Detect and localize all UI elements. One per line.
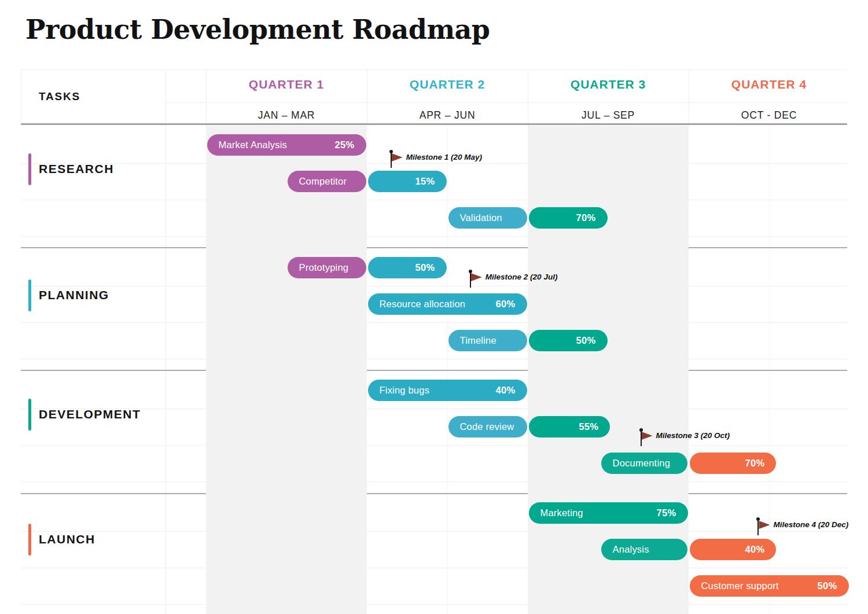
header-mid-line bbox=[165, 102, 847, 103]
quarter-2-months: APR – JUN bbox=[420, 109, 476, 122]
quarter-1-header: QUARTER 1 bbox=[249, 78, 324, 91]
milestone-pole bbox=[757, 520, 759, 535]
task-bar-segment: Prototyping bbox=[288, 257, 366, 278]
milestone-label: Milestone 1 (20 May) bbox=[406, 153, 482, 161]
task-bar-segment: 70% bbox=[690, 453, 777, 474]
page-title: Product Development Roadmap bbox=[25, 15, 490, 44]
quarter-4-header: QUARTER 4 bbox=[731, 78, 807, 91]
task-bar-value: 50% bbox=[818, 575, 837, 597]
row-label-research: RESEARCH bbox=[39, 162, 114, 176]
task-bar-segment: 50% bbox=[368, 257, 447, 278]
task-bar-label: Analysis bbox=[613, 539, 649, 560]
task-bar-segment: 70% bbox=[529, 207, 608, 229]
lane-line bbox=[21, 531, 847, 532]
lane-line bbox=[21, 445, 847, 446]
lane-line bbox=[21, 286, 847, 286]
milestone-pole bbox=[641, 431, 642, 446]
milestone-flag-icon bbox=[471, 273, 482, 281]
lane-line bbox=[21, 409, 847, 409]
quarter-3-months: JUL – SEP bbox=[582, 109, 635, 122]
q1-shade-column bbox=[206, 126, 367, 614]
milestone-flag-icon bbox=[759, 521, 770, 529]
lane-line bbox=[21, 359, 847, 359]
task-bar-value: 55% bbox=[579, 416, 598, 437]
tasks-column-header: TASKS bbox=[39, 90, 80, 103]
row-label-launch: LAUNCH bbox=[39, 532, 95, 546]
task-bar-segment: 50% bbox=[529, 330, 608, 351]
lane-line bbox=[21, 481, 847, 482]
header-left-line bbox=[21, 69, 21, 124]
milestone-label: Milestone 2 (20 Jul) bbox=[486, 273, 558, 281]
quarter-boundary-line-4 bbox=[689, 69, 689, 126]
task-bar-segment: Competitor bbox=[288, 171, 366, 192]
task-bar-label: Customer support bbox=[701, 575, 779, 597]
row-separator-2 bbox=[21, 370, 847, 371]
task-bar-label: Code review bbox=[460, 416, 514, 437]
task-bar-value: 60% bbox=[496, 293, 516, 315]
task-bar-segment: Customer support50% bbox=[690, 575, 849, 597]
task-bar-value: 25% bbox=[335, 134, 355, 156]
row-label-planning: PLANNING bbox=[39, 288, 109, 302]
lane-line bbox=[21, 604, 847, 605]
milestone-label: Milestone 3 (20 Oct) bbox=[656, 432, 730, 440]
header-rule bbox=[21, 123, 847, 125]
task-bar-label: Fixing bugs bbox=[380, 380, 430, 401]
milestone-pole bbox=[391, 152, 392, 168]
task-bar-label: Resource allocation bbox=[380, 293, 466, 315]
row-tick-planning bbox=[28, 280, 31, 311]
task-bar-label: Marketing bbox=[540, 502, 583, 524]
task-bar-label: Competitor bbox=[299, 171, 347, 192]
milestone-pole bbox=[470, 272, 471, 288]
lane-line bbox=[21, 200, 847, 200]
quarter-4-months: OCT - DEC bbox=[741, 109, 797, 122]
task-bar-segment: Marketing75% bbox=[529, 502, 688, 524]
row-tick-launch bbox=[28, 524, 31, 556]
task-bar-segment: Timeline bbox=[448, 330, 527, 351]
task-bar-label: Documenting bbox=[613, 453, 670, 474]
quarter-boundary-line-3 bbox=[528, 69, 528, 126]
task-bar-label: Prototyping bbox=[299, 257, 349, 278]
lane-line bbox=[21, 568, 847, 568]
quarter-boundary-line-2 bbox=[367, 69, 367, 126]
task-bar-value: 70% bbox=[745, 453, 764, 474]
task-bar-segment: 55% bbox=[529, 416, 610, 437]
task-bar-value: 40% bbox=[745, 539, 764, 560]
task-bar-value: 50% bbox=[415, 257, 435, 278]
task-bar-value: 50% bbox=[576, 330, 596, 351]
quarter-boundary-line-1 bbox=[206, 69, 207, 126]
task-bar-label: Validation bbox=[460, 207, 502, 229]
task-bar-label: Timeline bbox=[460, 330, 496, 351]
quarter-1-months: JAN – MAR bbox=[258, 109, 315, 122]
milestone-label: Milestone 4 (20 Dec) bbox=[773, 521, 848, 529]
quarter-2-header: QUARTER 2 bbox=[410, 78, 485, 91]
task-bar-segment: Analysis bbox=[601, 539, 688, 560]
lane-line bbox=[21, 322, 847, 323]
milestone-flag-icon bbox=[392, 153, 403, 161]
row-tick-development bbox=[28, 399, 31, 431]
task-bar-segment: Documenting bbox=[601, 453, 688, 474]
task-bar-segment: 15% bbox=[368, 171, 447, 192]
task-bar-value: 70% bbox=[576, 207, 596, 229]
roadmap-canvas: Product Development Roadmap TASKS QUARTE… bbox=[0, 0, 868, 614]
row-tick-research bbox=[28, 153, 31, 185]
tasks-column-divider bbox=[165, 69, 166, 614]
lane-line bbox=[21, 163, 847, 164]
task-bar-value: 75% bbox=[657, 502, 676, 524]
row-label-development: DEVELOPMENT bbox=[39, 407, 141, 421]
task-bar-segment: Code review bbox=[448, 416, 527, 437]
row-separator-1 bbox=[21, 247, 847, 248]
row-separator-3 bbox=[21, 493, 847, 494]
task-bar-segment: Validation bbox=[448, 207, 527, 229]
task-bar-label: Market Analysis bbox=[219, 134, 288, 156]
task-bar-value: 15% bbox=[415, 171, 435, 192]
task-bar-value: 40% bbox=[496, 380, 516, 401]
task-bar-segment: Resource allocation60% bbox=[368, 293, 527, 315]
lane-line bbox=[21, 236, 847, 237]
quarter-3-header: QUARTER 3 bbox=[571, 78, 646, 91]
task-bar-segment: 40% bbox=[690, 539, 777, 560]
header-top-line bbox=[21, 69, 847, 70]
task-bar-segment: Market Analysis25% bbox=[207, 134, 366, 156]
task-bar-segment: Fixing bugs40% bbox=[368, 380, 527, 401]
